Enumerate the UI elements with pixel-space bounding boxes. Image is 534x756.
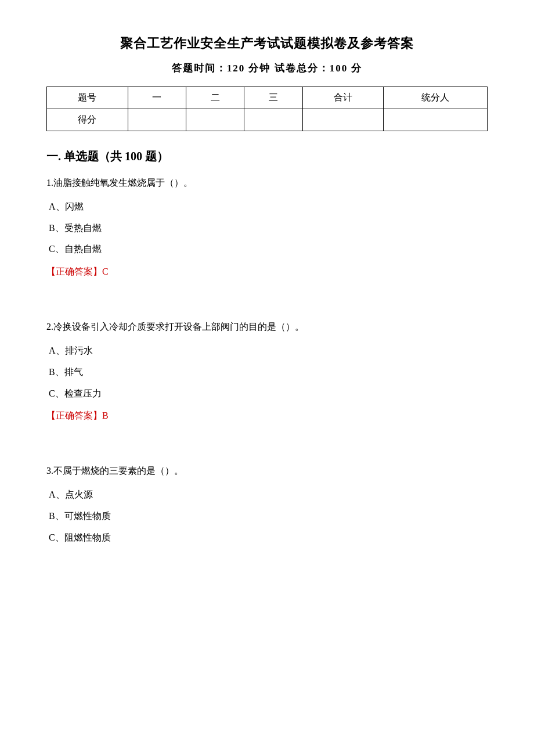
spacer-1 <box>46 296 488 319</box>
score-3 <box>244 109 302 131</box>
option-3b: B、可燃性物质 <box>49 508 488 525</box>
spacer-2 <box>46 440 488 463</box>
question-text-3: 3.不属于燃烧的三要素的是（）。 <box>46 463 488 480</box>
question-block-1: 1.油脂接触纯氧发生燃烧属于（）。 A、闪燃 B、受热自燃 C、自热自燃 【正确… <box>46 175 488 278</box>
section1-title: 一. 单选题（共 100 题） <box>46 149 488 164</box>
subtitle: 答题时间：120 分钟 试卷总分：100 分 <box>46 62 488 75</box>
col-header-total: 合计 <box>302 87 384 109</box>
question-text-1: 1.油脂接触纯氧发生燃烧属于（）。 <box>46 175 488 192</box>
score-table: 题号 一 二 三 合计 统分人 得分 <box>46 87 488 131</box>
option-2c: C、检查压力 <box>49 386 488 402</box>
answer-2-prefix: 【正确答案】 <box>46 411 102 420</box>
question-block-3: 3.不属于燃烧的三要素的是（）。 A、点火源 B、可燃性物质 C、阻燃性物质 <box>46 463 488 546</box>
col-header-2: 二 <box>186 87 244 109</box>
question-block-2: 2.冷换设备引入冷却介质要求打开设备上部阀门的目的是（）。 A、排污水 B、排气… <box>46 319 488 422</box>
score-2 <box>186 109 244 131</box>
score-total <box>302 109 384 131</box>
table-header-row: 题号 一 二 三 合计 统分人 <box>47 87 488 109</box>
option-1a: A、闪燃 <box>49 199 488 215</box>
col-header-scorer: 统分人 <box>384 87 488 109</box>
option-1b: B、受热自燃 <box>49 220 488 237</box>
option-2b: B、排气 <box>49 364 488 381</box>
col-header-1: 一 <box>128 87 186 109</box>
table-score-row: 得分 <box>47 109 488 131</box>
question-text-2: 2.冷换设备引入冷却介质要求打开设备上部阀门的目的是（）。 <box>46 319 488 336</box>
col-header-tihao: 题号 <box>47 87 128 109</box>
answer-1-prefix: 【正确答案】 <box>46 267 102 276</box>
score-scorer <box>384 109 488 131</box>
option-2a: A、排污水 <box>49 343 488 359</box>
option-3c: C、阻燃性物质 <box>49 530 488 546</box>
answer-1: 【正确答案】C <box>46 266 488 278</box>
answer-2: 【正确答案】B <box>46 410 488 422</box>
score-1 <box>128 109 186 131</box>
answer-1-letter: C <box>102 267 109 276</box>
answer-2-letter: B <box>102 411 109 420</box>
col-header-3: 三 <box>244 87 302 109</box>
score-label: 得分 <box>47 109 128 131</box>
page-title: 聚合工艺作业安全生产考试试题模拟卷及参考答案 <box>46 35 488 52</box>
option-3a: A、点火源 <box>49 487 488 503</box>
option-1c: C、自热自燃 <box>49 241 488 258</box>
